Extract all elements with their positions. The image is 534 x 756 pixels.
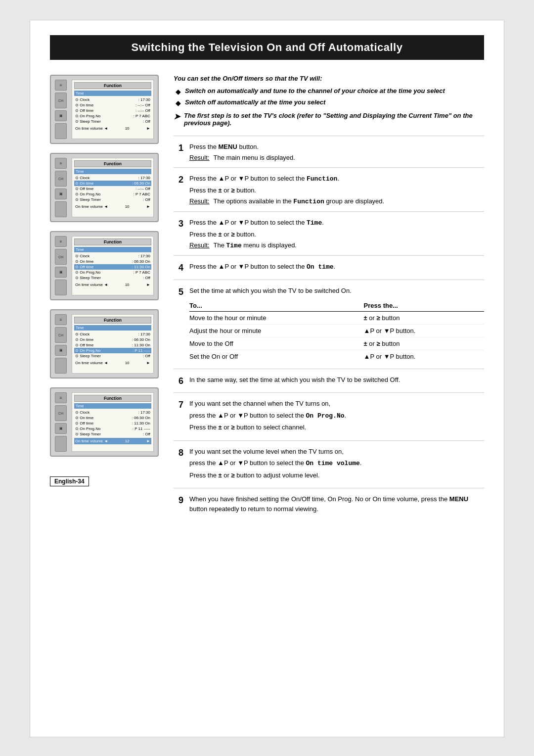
tv-sidebar-2: ≡ CH ▣ xyxy=(55,158,69,217)
tv-btn-disp-5[interactable]: ▣ xyxy=(55,423,67,434)
tv-screen-header-1: Function xyxy=(74,82,151,89)
tv-row-offtime-3: ⊙ Off time: 11:30 On xyxy=(74,264,151,270)
step-7-line-2: press the ▲P or ▼P button to select the … xyxy=(189,411,484,421)
content-area: ≡ CH ▣ Function Time ⊙ Clock: 17:30 ⊙ On… xyxy=(50,75,484,521)
step-num-7: 7 xyxy=(174,399,183,434)
tv-btn-ch-2[interactable]: CH xyxy=(55,171,67,187)
step-4: 4 Press the ▲P or ▼P button to select th… xyxy=(174,255,484,280)
tv-btn-menu[interactable]: ≡ xyxy=(55,80,67,91)
tv-row-sleep-3: ⊙ Sleep Timer: Off xyxy=(74,275,151,281)
tv-panel-5: ≡ CH ▣ Function Time ⊙ Clock: 17:30 ⊙ On… xyxy=(50,387,159,457)
tv-btn-menu-2[interactable]: ≡ xyxy=(55,158,67,169)
press-row-2-to: Adjust the hour or minute xyxy=(189,324,364,337)
step-6-instruction: In the same way, set the time at which y… xyxy=(189,375,484,385)
tv-screen-header-5: Function xyxy=(74,395,151,402)
step-5: 5 Set the time at which you wish the TV … xyxy=(174,280,484,369)
step-content-2: Press the ▲P or ▼P button to select the … xyxy=(189,174,484,205)
tv-volume-row-3: On time volume ◄10► xyxy=(74,282,151,288)
tv-btn-vol[interactable] xyxy=(55,123,67,139)
step-8-line-2: press the ▲P or ▼P button to select the … xyxy=(189,458,484,469)
press-row-4: Set the On or Off ▲P or ▼P button. xyxy=(189,350,484,363)
tv-screen-3: Function Time ⊙ Clock: 17:30 ⊙ On time: … xyxy=(72,236,154,295)
press-row-1-to: Move to the hour or minute xyxy=(189,311,364,324)
bullet-text-1: Switch on automatically and tune to the … xyxy=(185,87,445,95)
press-row-3: Move to the Off ± or ≥ button xyxy=(189,337,484,350)
press-table-col2-header: Press the... xyxy=(364,300,484,312)
result-text-2: The options available in the Function gr… xyxy=(213,197,384,205)
tv-row-progno-1: ⊙ On Prog.No: P 7 ABC xyxy=(74,113,151,119)
step-content-5: Set the time at which you wish the TV to… xyxy=(189,286,484,363)
tv-btn-vol-4[interactable] xyxy=(55,358,67,374)
step-content-8: If you want set the volume level when th… xyxy=(189,447,484,482)
step-6: 6 In the same way, set the time at which… xyxy=(174,369,484,393)
tv-panels-column: ≡ CH ▣ Function Time ⊙ Clock: 17:30 ⊙ On… xyxy=(50,75,159,521)
tv-btn-ch[interactable]: CH xyxy=(55,93,67,108)
press-row-1-press: ± or ≥ button xyxy=(364,311,484,324)
tv-btn-disp-2[interactable]: ▣ xyxy=(55,189,67,199)
step-content-6: In the same way, set the time at which y… xyxy=(189,375,484,387)
bullet-diamond-2: ◆ xyxy=(176,99,181,107)
tv-row-offtime-1: ⊙ Off time: --:-- Off xyxy=(74,108,151,113)
tv-volume-row-4: On time volume ◄10► xyxy=(74,360,151,366)
footer-area: English-34 xyxy=(50,467,159,486)
tv-btn-disp-3[interactable]: ▣ xyxy=(55,267,67,278)
step-4-instruction: Press the ▲P or ▼P button to select the … xyxy=(189,262,484,272)
tv-btn-ch-4[interactable]: CH xyxy=(55,327,67,343)
tv-btn-menu-3[interactable]: ≡ xyxy=(55,236,67,247)
tv-btn-ch-3[interactable]: CH xyxy=(55,249,67,265)
step-1: 1 Press the MENU button. Result: The mai… xyxy=(174,136,484,167)
step-8-line-3: Press the ± or ≥ button to adjust volume… xyxy=(189,471,484,480)
tv-panel-1: ≡ CH ▣ Function Time ⊙ Clock: 17:30 ⊙ On… xyxy=(50,75,159,144)
press-row-4-press: ▲P or ▼P button. xyxy=(364,350,484,363)
tv-volume-row-2: On time volume ◄10► xyxy=(74,203,151,210)
step-3: 3 Press the ▲P or ▼P button to select th… xyxy=(174,211,484,255)
step-7-line-1: If you want set the channel when the TV … xyxy=(189,399,484,409)
step-3-result: Result: The Time menu is displayed. xyxy=(189,241,484,249)
press-row-3-press: ± or ≥ button xyxy=(364,337,484,350)
step-content-9: When you have finished setting the On/Of… xyxy=(189,494,484,516)
step-3-line-2: Press the ± or ≥ button. xyxy=(189,230,484,239)
press-row-3-to: Move to the Off xyxy=(189,337,364,350)
tv-row-progno-3: ⊙ On Prog.No: P 7 ABC xyxy=(74,270,151,275)
page-container: Switching the Television On and Off Auto… xyxy=(30,20,504,737)
step-content-1: Press the MENU button. Result: The main … xyxy=(189,142,484,161)
tv-screen-2: Function Time ⊙ Clock: 17:30 ⊙ On time: … xyxy=(72,158,154,217)
tv-row-sleep-2: ⊙ Sleep Timer: Off xyxy=(74,197,151,202)
tv-btn-vol-2[interactable] xyxy=(55,201,67,217)
bullet-text-2: Switch off automatically at the time you… xyxy=(185,98,325,107)
right-content: You can set the On/Off timers so that th… xyxy=(174,75,484,521)
tv-btn-vol-3[interactable] xyxy=(55,280,67,295)
tv-screen-4: Function Time ⊙ Clock: 17:30 ⊙ On time: … xyxy=(72,314,154,374)
tv-time-label-5: Time xyxy=(74,403,151,409)
tv-btn-menu-5[interactable]: ≡ xyxy=(55,392,67,403)
tv-time-label-4: Time xyxy=(74,325,151,331)
step-2-line-1: Press the ▲P or ▼P button to select the … xyxy=(189,174,484,184)
tv-btn-vol-5[interactable] xyxy=(55,436,67,452)
tv-volume-row-1: On time volume ◄10► xyxy=(74,125,151,132)
tv-row-offtime-4: ⊙ Off time: 11:30 On xyxy=(74,342,151,348)
tv-btn-disp[interactable]: ▣ xyxy=(55,110,67,121)
tv-row-sleep-1: ⊙ Sleep Timer: Off xyxy=(74,119,151,124)
bullet-item-2: ◆ Switch off automatically at the time y… xyxy=(174,98,484,107)
press-row-2: Adjust the hour or minute ▲P or ▼P butto… xyxy=(189,324,484,337)
intro-lead: You can set the On/Off timers so that th… xyxy=(174,75,484,82)
step-num-8: 8 xyxy=(174,447,183,482)
result-text-1: The main menu is displayed. xyxy=(213,154,295,161)
step-7-line-3: Press the ± or ≥ button to select channe… xyxy=(189,423,484,432)
tv-sidebar-4: ≡ CH ▣ xyxy=(55,314,69,374)
step-content-3: Press the ▲P or ▼P button to select the … xyxy=(189,218,484,249)
step-9-instruction: When you have finished setting the On/Of… xyxy=(189,494,484,514)
tv-btn-ch-5[interactable]: CH xyxy=(55,405,67,421)
tv-time-label-2: Time xyxy=(74,169,151,174)
tv-volume-row-5: On time volume ◄12► xyxy=(74,438,151,444)
step-num-4: 4 xyxy=(174,262,183,274)
tv-screen-header-2: Function xyxy=(74,160,151,167)
step-1-instruction: Press the MENU button. xyxy=(189,142,484,152)
press-row-4-to: Set the On or Off xyxy=(189,350,364,363)
tv-btn-menu-4[interactable]: ≡ xyxy=(55,314,67,325)
tv-btn-disp-4[interactable]: ▣ xyxy=(55,345,67,356)
step-1-result: Result: The main menu is displayed. xyxy=(189,154,484,161)
tv-row-offtime-2: ⊙ Off time: --:-- Off xyxy=(74,186,151,191)
step-2-line-2: Press the ± or ≥ button. xyxy=(189,186,484,195)
step-content-7: If you want set the channel when the TV … xyxy=(189,399,484,434)
